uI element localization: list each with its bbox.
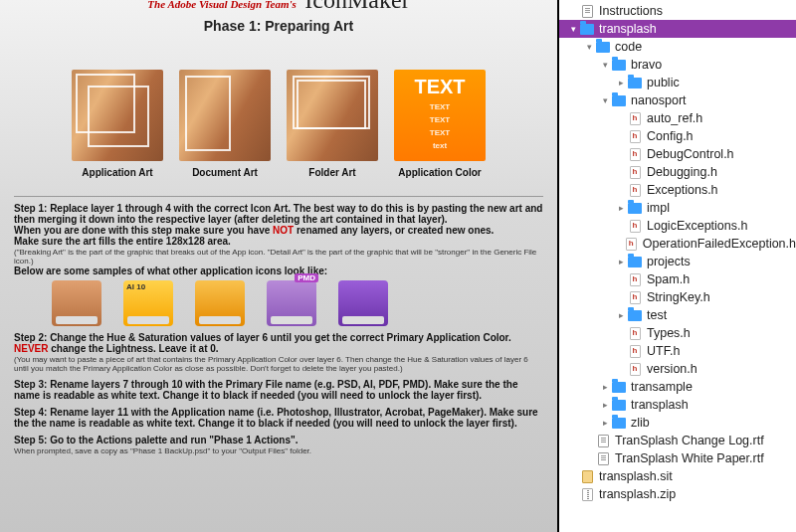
tree-item-label: LogicExceptions.h <box>647 219 747 233</box>
folder-icon <box>627 255 643 268</box>
thumb-application-art: Application Art <box>72 70 163 178</box>
sample-icon <box>195 280 245 326</box>
thumb-application-color: TEXTTEXTTEXTTEXTtext Application Color <box>394 70 486 178</box>
tree-item-label: Spam.h <box>647 272 690 286</box>
folder-icon <box>627 76 643 89</box>
tree-file[interactable]: LogicExceptions.h <box>559 217 796 235</box>
tree-item-label: code <box>615 40 642 54</box>
header-file-icon <box>627 219 643 233</box>
title-main: IconMaker <box>304 0 409 14</box>
tree-item-label: zlib <box>631 416 650 430</box>
tree-item-label: auto_ref.h <box>647 111 702 125</box>
tree-file[interactable]: Exceptions.h <box>559 181 796 199</box>
header-file-icon <box>627 362 643 376</box>
tree-item-label: public <box>647 76 680 89</box>
folder-icon <box>611 93 627 107</box>
tree-item-label: Instructions <box>599 4 663 18</box>
header-file-icon <box>627 111 643 125</box>
disclosure-triangle-icon[interactable] <box>599 400 611 410</box>
tree-item-label: Config.h <box>647 129 694 143</box>
tree-item-label: transample <box>631 380 693 394</box>
iconmaker-document: Version 2.0 developed by Jorge Tello x84… <box>0 0 559 532</box>
tree-folder[interactable]: projects <box>559 253 796 270</box>
tree-item-label: transplash.zip <box>599 487 676 501</box>
thumb-folder-art: Folder Art <box>287 70 378 178</box>
tree-item-label: Exceptions.h <box>647 183 718 197</box>
disclosure-triangle-icon[interactable] <box>599 382 611 392</box>
disclosure-triangle-icon[interactable] <box>583 42 595 52</box>
file-tree[interactable]: Instructionstransplashcodebravopublicnan… <box>559 0 796 532</box>
disclosure-triangle-icon[interactable] <box>615 257 627 266</box>
folder-icon <box>595 40 611 54</box>
tree-item-label: Debugging.h <box>647 165 717 179</box>
tree-folder[interactable]: transplash <box>559 20 796 38</box>
thumb-label: Application Color <box>394 167 486 178</box>
tree-folder[interactable]: impl <box>559 199 796 217</box>
sample-icon <box>338 280 388 326</box>
tree-item-label: test <box>647 308 667 322</box>
sit-file-icon <box>579 469 595 483</box>
tree-file[interactable]: Types.h <box>559 324 796 342</box>
disclosure-triangle-icon[interactable] <box>599 418 611 428</box>
tree-item-label: Types.h <box>647 326 691 340</box>
tree-item-label: TranSplash Change Log.rtf <box>615 434 764 447</box>
rtf-file-icon <box>579 4 595 18</box>
header-file-icon <box>627 165 643 179</box>
tree-item-label: version.h <box>647 362 697 376</box>
tree-file[interactable]: Config.h <box>559 127 796 145</box>
header-file-icon <box>627 344 643 358</box>
tree-file[interactable]: StringKey.h <box>559 288 796 306</box>
thumb-label: Folder Art <box>287 167 378 178</box>
disclosure-triangle-icon[interactable] <box>599 60 611 70</box>
tree-item-label: OperationFailedException.h <box>643 237 796 251</box>
tree-item-label: UTF.h <box>647 344 680 358</box>
tree-item-label: DebugControl.h <box>647 147 734 161</box>
thumb-label: Document Art <box>179 167 271 178</box>
tree-file[interactable]: DebugControl.h <box>559 145 796 163</box>
disclosure-triangle-icon[interactable] <box>615 310 627 320</box>
folder-icon <box>611 58 627 72</box>
step-3: Step 3: Rename layers 7 through 10 with … <box>14 379 543 401</box>
tree-item-label: transplash.sit <box>599 469 673 483</box>
tree-file[interactable]: auto_ref.h <box>559 109 796 127</box>
step-2: Step 2: Change the Hue & Saturation valu… <box>14 332 543 373</box>
disclosure-triangle-icon[interactable] <box>567 24 579 34</box>
tree-file[interactable]: OperationFailedException.h <box>559 235 796 253</box>
tree-item-label: transplash <box>631 398 689 412</box>
tree-file[interactable]: transplash.sit <box>559 467 796 485</box>
step-1: Step 1: Replace layer 1 through 4 with t… <box>14 203 543 326</box>
tree-folder[interactable]: transample <box>559 378 796 396</box>
sample-icon <box>52 280 101 326</box>
tree-item-label: impl <box>647 201 670 215</box>
folder-icon <box>611 416 627 430</box>
disclosure-triangle-icon[interactable] <box>599 95 611 105</box>
tree-file[interactable]: transplash.zip <box>559 485 796 503</box>
tree-folder[interactable]: code <box>559 38 796 56</box>
tree-folder[interactable]: bravo <box>559 56 796 74</box>
sample-icons-row <box>52 280 543 326</box>
steps-panel: Step 1: Replace layer 1 through 4 with t… <box>14 196 543 455</box>
tree-folder[interactable]: nanosport <box>559 91 796 109</box>
tree-folder[interactable]: test <box>559 306 796 324</box>
tree-file[interactable]: UTF.h <box>559 342 796 360</box>
tree-file[interactable]: version.h <box>559 360 796 378</box>
folder-icon <box>627 201 643 215</box>
tree-folder[interactable]: transplash <box>559 396 796 414</box>
step-4: Step 4: Rename layer 11 with the Applica… <box>14 407 543 429</box>
tree-item-label: TranSplash White Paper.rtf <box>615 451 764 465</box>
tree-folder[interactable]: public <box>559 74 796 91</box>
header-file-icon <box>627 147 643 161</box>
doc-header: The Adobe Visual Design Team's IconMaker <box>0 0 557 16</box>
header-file-icon <box>627 183 643 197</box>
tree-file[interactable]: TranSplash White Paper.rtf <box>559 449 796 467</box>
tree-file[interactable]: TranSplash Change Log.rtf <box>559 432 796 449</box>
tree-file[interactable]: Spam.h <box>559 270 796 288</box>
tree-file[interactable]: Instructions <box>559 2 796 20</box>
thumbnail-row: Application Art Document Art Folder Art … <box>0 70 557 178</box>
phase-heading: Phase 1: Preparing Art <box>0 18 557 34</box>
folder-icon <box>611 398 627 412</box>
disclosure-triangle-icon[interactable] <box>615 78 627 88</box>
disclosure-triangle-icon[interactable] <box>615 203 627 213</box>
tree-folder[interactable]: zlib <box>559 414 796 432</box>
tree-file[interactable]: Debugging.h <box>559 163 796 181</box>
